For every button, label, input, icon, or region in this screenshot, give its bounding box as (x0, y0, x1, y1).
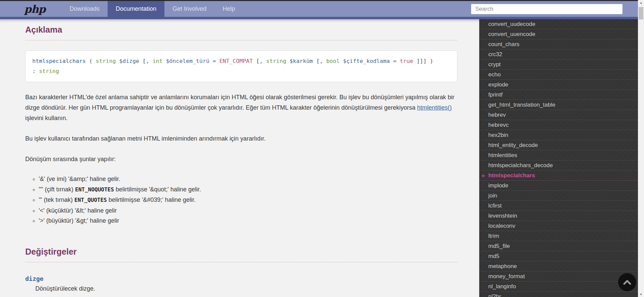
constant-code: ENT_NOQUOTES (75, 186, 114, 193)
sidebar-item-join[interactable]: join (479, 191, 638, 201)
text-segment: '>' (büyüktür) '&gt;' haline gelir (39, 217, 119, 224)
scrollbar-thumb[interactable] (639, 7, 643, 20)
scrollbar-down-arrow-icon[interactable]: ▼ (638, 292, 644, 297)
sidebar-item-label: ltrim (488, 233, 499, 239)
sidebar-item-label: lcfirst (488, 202, 502, 209)
sidebar-item-implode[interactable]: implode (479, 181, 638, 191)
browser-scrollbar[interactable]: ▲ ▼ (638, 0, 644, 297)
sidebar-item-label: join (488, 192, 497, 199)
conversion-item: '&' (ve imi) '&amp;' haline gelir. (39, 174, 429, 184)
sidebar-item-md5[interactable]: md5 (479, 251, 638, 261)
text-segment: ''' (tek tırnak) (39, 196, 74, 203)
sidebar-item-md5_file[interactable]: md5_file (479, 241, 638, 251)
parameter-description: Dönüştürülecek dizge. (35, 285, 479, 292)
nav-item-help[interactable]: Help (215, 1, 243, 19)
sidebar-item-nl2br[interactable]: nl2br (479, 292, 638, 297)
sidebar-item-label: hebrevc (488, 122, 508, 128)
sidebar-item-metaphone[interactable]: metaphone (479, 261, 638, 271)
scroll-to-top-button[interactable] (618, 273, 636, 291)
sidebar-item-label: nl2br (488, 293, 501, 297)
sidebar-item-html_entity_decode[interactable]: html_entity_decode (479, 140, 638, 150)
sidebar-item-label: md5_file (488, 243, 510, 249)
signature-token-plain: [, (313, 58, 327, 64)
active-item-marker: » (482, 171, 485, 181)
conversion-item: '"' (çift tırnak) ENT_NOQUOTES belirtilm… (39, 184, 429, 195)
text-segment: Bazı karakterler HTML'de özel anlama sah… (25, 94, 454, 111)
sidebar-item-htmlspecialchars[interactable]: »htmlspecialchars (479, 171, 638, 181)
doc-link[interactable]: htmlentities() (417, 104, 452, 111)
text-segment: '<' (küçüktür) '&lt;' haline gelir (39, 207, 117, 214)
nav-item-documentation[interactable]: Documentation (108, 1, 164, 19)
signature-token-type: bool (326, 58, 340, 64)
sidebar-item-label: htmlspecialchars_decode (488, 162, 553, 169)
sidebar-item-convert_uuencode[interactable]: convert_uuencode (479, 29, 638, 39)
conversion-item: '>' (büyüktür) '&gt;' haline gelir (39, 216, 429, 226)
signature-token-plain: = (210, 58, 220, 64)
function-signature: htmlspecialchars ( string $dizge [, int … (25, 50, 457, 82)
description-paragraph-2: Bu işlev kullanıcı tarafından sağlanan m… (25, 134, 457, 144)
sidebar-item-localeconv[interactable]: localeconv (479, 221, 638, 231)
sidebar-item-nl_langinfo[interactable]: nl_langinfo (479, 282, 638, 292)
sidebar-item-htmlspecialchars_decode[interactable]: htmlspecialchars_decode (479, 160, 638, 171)
sidebar-item-label: explode (488, 81, 508, 88)
sidebar-item-get_html_translation_table[interactable]: get_html_translation_table (479, 100, 638, 110)
sidebar-item-label: get_html_translation_table (488, 102, 555, 108)
sidebar-item-label: md5 (488, 253, 499, 259)
nav-item-downloads[interactable]: Downloads (62, 1, 108, 19)
sidebar-item-echo[interactable]: echo (479, 70, 638, 80)
sidebar-item-convert_uudecode[interactable]: convert_uudecode (479, 19, 638, 29)
sidebar-item-fprintf[interactable]: fprintf (479, 90, 638, 100)
sidebar-item-crypt[interactable]: crypt (479, 60, 638, 70)
sidebar-item-explode[interactable]: explode (479, 80, 638, 90)
sidebar-item-levenshtein[interactable]: levenshtein (479, 211, 638, 221)
sidebar-item-money_format[interactable]: money_format (479, 271, 638, 282)
sidebar-item-label: count_chars (488, 41, 520, 47)
text-segment: '"' (çift tırnak) (39, 186, 75, 193)
signature-token-type: int (153, 58, 163, 64)
description-paragraph-1: Bazı karakterler HTML'de özel anlama sah… (25, 92, 457, 123)
signature-token-plain (340, 58, 343, 64)
signature-token-name: htmlspecialchars (32, 58, 86, 64)
sidebar-item-label: money_format (488, 273, 525, 280)
sidebar-item-label: htmlspecialchars (488, 172, 535, 179)
chevron-up-icon (623, 280, 631, 285)
doc-main: Açıklama htmlspecialchars ( string $dizg… (0, 19, 479, 297)
sidebar-item-label: htmlentities (488, 152, 517, 158)
sidebar-item-label: metaphone (488, 263, 517, 269)
parameter-name: dizge (25, 275, 479, 282)
sidebar-item-crc32[interactable]: crc32 (479, 49, 638, 60)
sidebar-item-lcfirst[interactable]: lcfirst (479, 201, 638, 211)
text-segment: belirtilmişse '&quot;' haline gelir. (114, 186, 201, 193)
sidebar-item-htmlentities[interactable]: htmlentities (479, 150, 638, 160)
page-column: php DownloadsDocumentationGet InvolvedHe… (0, 0, 638, 297)
sidebar-item-label: fprintf (488, 91, 503, 98)
signature-token-param: $öncelem_türü (166, 58, 209, 64)
section-heading-parameters: Değiştirgeler (25, 247, 457, 262)
scrollbar-up-arrow-icon[interactable]: ▲ (638, 0, 644, 5)
sidebar-item-hex2bin[interactable]: hex2bin (479, 130, 638, 140)
sidebar-item-label: implode (488, 182, 508, 189)
php-logo[interactable]: php (24, 3, 45, 15)
section-heading-description: Açıklama (25, 25, 457, 40)
function-sidebar: convert_uudecodeconvert_uuencodecount_ch… (479, 19, 638, 297)
signature-token-plain: [, (253, 58, 266, 64)
nav-item-get-involved[interactable]: Get Involved (164, 1, 215, 19)
sidebar-item-label: crypt (488, 61, 501, 68)
sidebar-item-hebrev[interactable]: hebrev (479, 110, 638, 120)
sidebar-item-hebrevc[interactable]: hebrevc (479, 120, 638, 130)
site-header: php DownloadsDocumentationGet InvolvedHe… (0, 1, 638, 19)
signature-token-param: $çifte_kodlama (343, 58, 390, 64)
signature-token-param: $dizge (119, 58, 139, 64)
signature-token-plain: : (32, 68, 39, 74)
signature-token-plain: [, (139, 58, 153, 64)
search-input[interactable] (471, 4, 622, 14)
sidebar-item-ltrim[interactable]: ltrim (479, 231, 638, 241)
signature-line-2: : string (32, 66, 450, 76)
signature-token-const: true (400, 58, 413, 64)
sidebar-item-label: hebrev (488, 112, 506, 118)
text-segment: '&' (ve imi) '&amp;' haline gelir. (39, 176, 120, 182)
signature-token-plain (286, 58, 290, 64)
signature-line-1: htmlspecialchars ( string $dizge [, int … (32, 56, 450, 66)
sidebar-item-count_chars[interactable]: count_chars (479, 39, 638, 49)
sidebar-item-label: echo (488, 71, 501, 78)
